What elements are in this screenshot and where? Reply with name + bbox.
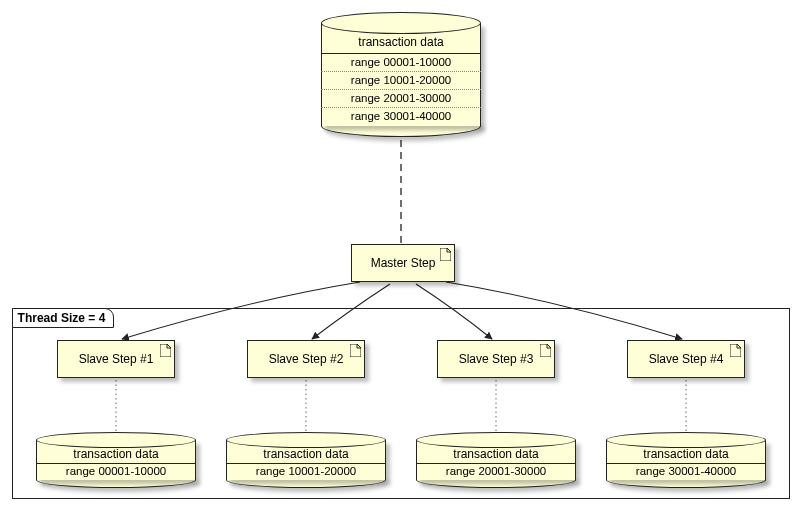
main-database-cylinder: transaction data range 00001-10000 range… <box>321 12 481 138</box>
slave-step-label: Slave Step #4 <box>649 352 724 366</box>
main-db-row: range 30001-40000 <box>321 107 481 125</box>
master-step-box: Master Step <box>351 244 455 282</box>
main-db-title: transaction data <box>321 32 481 53</box>
slave-db-3: transaction data range 20001-30000 <box>416 432 576 488</box>
slave-step-2: Slave Step #2 <box>247 340 365 378</box>
slave-db-range: range 20001-30000 <box>416 463 576 478</box>
slave-step-3: Slave Step #3 <box>437 340 555 378</box>
dogear-icon <box>350 344 361 357</box>
master-step-label: Master Step <box>371 256 436 270</box>
dogear-icon <box>540 344 551 357</box>
slave-db-title: transaction data <box>36 446 196 463</box>
slave-db-title: transaction data <box>226 446 386 463</box>
slave-db-title: transaction data <box>416 446 576 463</box>
slave-db-range: range 30001-40000 <box>606 463 766 478</box>
slave-step-1: Slave Step #1 <box>57 340 175 378</box>
slave-db-4: transaction data range 30001-40000 <box>606 432 766 488</box>
slave-db-range: range 00001-10000 <box>36 463 196 478</box>
slave-db-2: transaction data range 10001-20000 <box>226 432 386 488</box>
slave-step-4: Slave Step #4 <box>627 340 745 378</box>
main-db-row: range 10001-20000 <box>321 71 481 89</box>
slave-step-label: Slave Step #2 <box>269 352 344 366</box>
slave-step-label: Slave Step #3 <box>459 352 534 366</box>
slave-step-label: Slave Step #1 <box>79 352 154 366</box>
dogear-icon <box>730 344 741 357</box>
main-db-row: range 00001-10000 <box>321 53 481 71</box>
dogear-icon <box>160 344 171 357</box>
slave-db-1: transaction data range 00001-10000 <box>36 432 196 488</box>
main-db-row: range 20001-30000 <box>321 89 481 107</box>
slave-db-range: range 10001-20000 <box>226 463 386 478</box>
slave-db-title: transaction data <box>606 446 766 463</box>
dogear-icon <box>440 248 451 261</box>
thread-frame-label: Thread Size = 4 <box>18 311 106 325</box>
